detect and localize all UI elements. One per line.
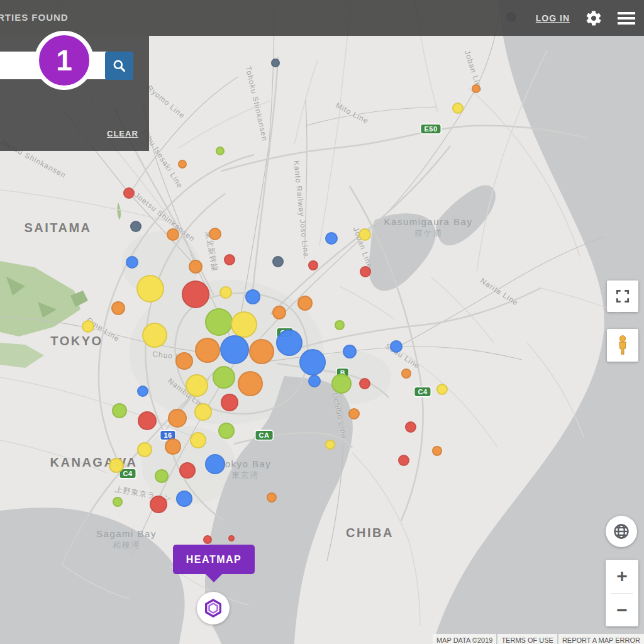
road-shield: C4 <box>414 387 430 396</box>
map-marker[interactable] <box>209 228 221 240</box>
map-marker[interactable] <box>205 308 233 336</box>
map-marker[interactable] <box>224 254 235 265</box>
map-marker[interactable] <box>112 403 127 418</box>
hexagon-icon <box>202 597 225 619</box>
map-data-text: MAP DATA ©2019 <box>433 634 496 644</box>
map-marker[interactable] <box>335 320 345 330</box>
map-attribution: MAP DATA ©2019 TERMS OF USE REPORT A MAP… <box>433 634 644 644</box>
map-marker[interactable] <box>221 394 238 411</box>
map-marker[interactable] <box>297 296 313 311</box>
map-marker[interactable] <box>360 266 371 277</box>
map-marker[interactable] <box>267 492 277 502</box>
map-marker[interactable] <box>137 442 152 457</box>
map-marker[interactable] <box>308 260 318 270</box>
search-icon <box>111 58 128 74</box>
report-map-error-link[interactable]: REPORT A MAP ERROR <box>558 634 644 644</box>
map-marker[interactable] <box>231 311 257 338</box>
map-marker[interactable] <box>272 306 286 319</box>
road-shield: E50 <box>421 125 440 133</box>
map-marker[interactable] <box>308 375 321 387</box>
zoom-in-button[interactable]: + <box>606 560 638 593</box>
globe-button[interactable] <box>606 516 637 547</box>
map-marker[interactable] <box>186 374 208 397</box>
map-marker[interactable] <box>271 58 280 67</box>
map-marker[interactable] <box>432 446 442 456</box>
map-marker[interactable] <box>150 496 167 513</box>
map-marker[interactable] <box>82 320 94 333</box>
map-marker[interactable] <box>276 330 303 356</box>
map-marker[interactable] <box>109 458 124 473</box>
map-marker[interactable] <box>272 256 284 267</box>
map-marker[interactable] <box>401 369 411 379</box>
map-marker[interactable] <box>136 275 164 303</box>
map-marker[interactable] <box>359 378 370 389</box>
map-marker[interactable] <box>398 455 409 466</box>
map-marker[interactable] <box>142 323 167 348</box>
map-marker[interactable] <box>249 339 274 364</box>
map-marker[interactable] <box>331 374 352 394</box>
search-panel: 1 CLEAR <box>0 36 149 151</box>
map-marker[interactable] <box>245 289 260 304</box>
map-marker[interactable] <box>218 423 235 439</box>
map-marker[interactable] <box>138 411 157 430</box>
map-marker[interactable] <box>348 408 360 419</box>
map-marker[interactable] <box>182 280 209 308</box>
map-marker[interactable] <box>203 535 212 544</box>
heatmap-tooltip[interactable]: HEATMAP <box>173 545 255 574</box>
map-marker[interactable] <box>343 345 357 358</box>
map-marker[interactable] <box>390 340 402 353</box>
map-marker[interactable] <box>194 403 212 421</box>
fullscreen-icon <box>614 288 631 304</box>
map-marker[interactable] <box>137 386 148 397</box>
map-marker[interactable] <box>228 535 235 541</box>
map-marker[interactable] <box>168 409 187 428</box>
results-count: 1 <box>56 46 72 75</box>
menu-button[interactable] <box>618 12 635 25</box>
map-marker[interactable] <box>213 366 235 389</box>
map-marker[interactable] <box>189 260 203 274</box>
map-marker[interactable] <box>155 469 169 483</box>
map-marker[interactable] <box>178 160 187 169</box>
zoom-out-button[interactable]: − <box>606 594 638 627</box>
top-bar-right: LOG IN <box>536 0 635 36</box>
search-button[interactable] <box>105 52 133 80</box>
heatmap-toggle-button[interactable] <box>197 592 230 625</box>
map-marker[interactable] <box>165 438 181 455</box>
map-marker[interactable] <box>176 491 192 507</box>
clear-link[interactable]: CLEAR <box>107 129 138 138</box>
map-marker[interactable] <box>179 462 196 479</box>
top-bar: RTIES FOUND LOG IN <box>0 0 644 36</box>
gear-icon <box>585 9 602 27</box>
map-marker[interactable] <box>325 232 338 245</box>
map-marker[interactable] <box>167 228 179 241</box>
terms-of-use-link[interactable]: TERMS OF USE <box>497 634 557 644</box>
map-marker[interactable] <box>126 256 138 269</box>
street-view-button[interactable] <box>607 329 638 362</box>
map-marker[interactable] <box>195 338 220 363</box>
map-marker[interactable] <box>219 286 232 299</box>
map-marker[interactable] <box>130 221 142 232</box>
zoom-control: + − <box>606 560 638 626</box>
map-marker[interactable] <box>299 349 326 375</box>
results-count-badge: 1 <box>35 31 94 90</box>
map-marker[interactable] <box>190 432 206 448</box>
map-marker[interactable] <box>216 147 225 155</box>
login-link[interactable]: LOG IN <box>536 13 570 23</box>
map-marker[interactable] <box>175 352 193 370</box>
pegman-icon <box>614 335 631 356</box>
settings-button[interactable] <box>585 9 602 27</box>
map-marker[interactable] <box>123 187 135 199</box>
map-marker[interactable] <box>205 454 225 474</box>
map-marker[interactable] <box>111 301 125 315</box>
map-marker[interactable] <box>238 371 263 396</box>
map-marker[interactable] <box>472 84 480 93</box>
road-shield: C4 <box>119 469 135 478</box>
map-marker[interactable] <box>113 497 123 507</box>
map-marker[interactable] <box>325 440 335 450</box>
map-marker[interactable] <box>452 103 464 114</box>
fullscreen-button[interactable] <box>607 280 638 312</box>
map-marker[interactable] <box>405 421 416 433</box>
map-marker[interactable] <box>358 228 371 241</box>
map-marker[interactable] <box>436 384 448 395</box>
map-marker[interactable] <box>220 335 249 364</box>
